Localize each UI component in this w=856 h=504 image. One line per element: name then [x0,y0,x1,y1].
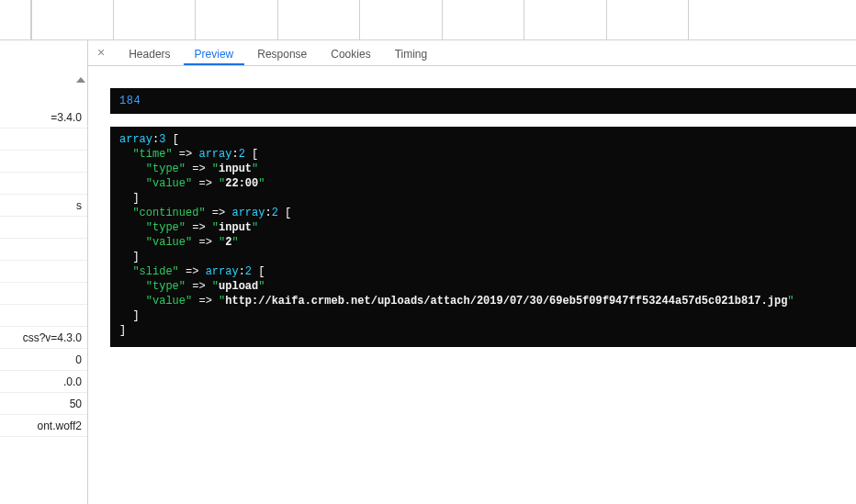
request-row[interactable]: 0 [0,349,87,371]
tab-preview[interactable]: Preview [184,43,245,65]
waterfall-column [113,0,195,39]
tab-cookies[interactable]: Cookies [320,43,381,65]
request-row[interactable] [0,173,87,195]
request-row[interactable] [0,305,87,327]
response-dump: 184 array:3 [ ″time″ => array:2 [ ″type″… [110,88,856,347]
close-details-button[interactable]: × [96,45,114,65]
request-row[interactable]: ont.woff2 [0,415,87,437]
request-row[interactable] [0,261,87,283]
response-body: array:3 [ ″time″ => array:2 [ ″type″ => … [110,127,856,347]
request-row[interactable]: .0.0 [0,371,87,393]
scroll-up-icon [76,77,85,83]
request-row[interactable]: s [0,195,87,217]
request-row[interactable]: 50 [0,393,87,415]
waterfall-timeline [0,0,856,40]
details-tabs: × HeadersPreviewResponseCookiesTiming [88,40,856,66]
details-panel: × HeadersPreviewResponseCookiesTiming 18… [88,40,856,504]
waterfall-column [277,0,359,39]
request-row[interactable] [0,239,87,261]
waterfall-column [195,0,277,39]
request-row[interactable] [0,151,87,173]
tab-headers[interactable]: Headers [118,43,181,65]
request-row[interactable]: css?v=4.3.0 [0,327,87,349]
waterfall-column [359,0,442,39]
request-row[interactable] [0,129,87,151]
waterfall-column [688,0,770,39]
tab-timing[interactable]: Timing [384,43,439,65]
network-requests-list[interactable]: =3.4.0scss?v=4.3.00.0.050ont.woff2 [0,40,88,504]
waterfall-column [442,0,524,39]
request-row[interactable] [0,283,87,305]
preview-pane[interactable]: 184 array:3 [ ″time″ => array:2 [ ″type″… [88,66,856,504]
waterfall-column [31,0,113,39]
waterfall-column [524,0,606,39]
request-row[interactable]: =3.4.0 [0,106,87,129]
tab-response[interactable]: Response [246,43,318,65]
waterfall-column [606,0,688,39]
response-status-line: 184 [110,88,856,127]
request-row[interactable] [0,217,87,239]
main-split: =3.4.0scss?v=4.3.00.0.050ont.woff2 × Hea… [0,40,856,504]
